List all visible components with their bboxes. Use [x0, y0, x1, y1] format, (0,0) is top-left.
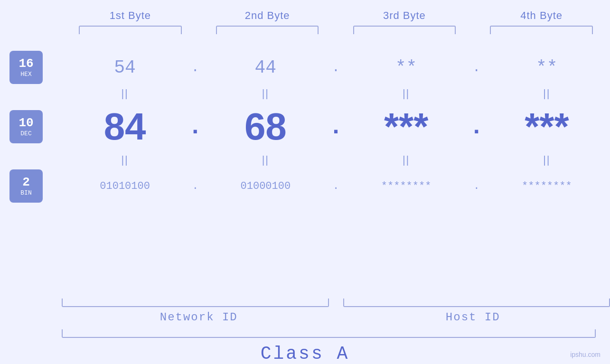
main-container: 1st Byte 2nd Byte 3rd Byte 4th Byte 16 H… [0, 0, 610, 364]
equals2-1: || [121, 154, 128, 166]
dec-value-4: *** [484, 105, 610, 149]
bin-val-3: ******** [381, 180, 432, 192]
hex-value-3: ** [343, 57, 469, 78]
network-bracket-wrap [62, 299, 336, 307]
hex-row: 16 HEX 54 . 44 . ** . ** [62, 48, 610, 86]
eq-cell-1: || [62, 87, 188, 100]
dec-value-1: 84 [62, 105, 188, 149]
network-id-label: Network ID [62, 311, 336, 324]
byte-header-4: 4th Byte [473, 9, 610, 22]
bracket-cell-1 [62, 26, 199, 34]
equals-row-1: || || || || [62, 86, 610, 101]
dec-value-3: *** [343, 105, 469, 149]
dec-badge: 10 DEC [9, 110, 43, 143]
eq2-cell-1: || [62, 154, 188, 166]
equals2-3: || [403, 154, 410, 166]
bin-sep-2: . [329, 180, 343, 192]
top-brackets [0, 26, 610, 34]
bracket-cell-3 [336, 26, 473, 34]
dec-sep-2: . [329, 113, 343, 140]
eq-cell-4: || [484, 87, 610, 100]
dec-val-3: *** [384, 105, 428, 149]
dec-dot-2: . [329, 113, 343, 140]
hex-badge: 16 HEX [9, 51, 43, 84]
dec-badge-number: 10 [19, 117, 33, 129]
dec-dot-1: . [188, 113, 202, 140]
hex-sep-2: . [329, 60, 343, 75]
hex-dot-1: . [191, 60, 199, 75]
equals-4: || [543, 87, 550, 100]
bin-badge-number: 2 [22, 176, 30, 188]
host-id-label: Host ID [336, 311, 610, 324]
dec-row: 10 DEC 84 . 68 . *** . *** [62, 101, 610, 153]
watermark: ipshu.com [570, 351, 601, 358]
hex-sep-3: . [469, 60, 484, 75]
bin-sep-3: . [469, 180, 484, 192]
byte-header-3: 3rd Byte [336, 9, 473, 22]
labels-row: Network ID Host ID [0, 311, 610, 324]
bin-row: 2 BIN 01010100 . 01000100 . ******** . [62, 167, 610, 205]
host-bracket [343, 299, 610, 307]
equals-2: || [262, 87, 269, 100]
bottom-brackets-inner [0, 299, 610, 307]
dec-val-1: 84 [104, 105, 146, 149]
outer-bracket [62, 329, 596, 338]
bin-value-2: 01000100 [202, 180, 328, 192]
hex-dot-3: . [472, 60, 480, 75]
eq2-cell-3: || [343, 154, 469, 166]
hex-val-3: ** [395, 57, 417, 78]
bin-val-1: 01010100 [100, 180, 150, 192]
bin-val-2: 01000100 [241, 180, 291, 192]
bin-value-1: 01010100 [62, 180, 188, 192]
top-bracket-2 [216, 26, 319, 34]
eq-cell-2: || [202, 87, 328, 100]
hex-val-2: 44 [255, 57, 277, 78]
equals2-4: || [543, 154, 550, 166]
eq2-cell-2: || [202, 154, 328, 166]
hex-sep-1: . [188, 60, 202, 75]
class-row: Class A [0, 344, 610, 364]
class-label: Class A [261, 344, 350, 364]
equals2-2: || [262, 154, 269, 166]
hex-dot-2: . [332, 60, 340, 75]
byte-header-2: 2nd Byte [199, 9, 336, 22]
bin-dot-2: . [333, 180, 339, 192]
dec-badge-label: DEC [20, 130, 31, 137]
bin-value-3: ******** [343, 180, 469, 192]
dec-value-2: 68 [202, 105, 328, 149]
top-bracket-1 [79, 26, 182, 34]
bin-badge: 2 BIN [9, 169, 43, 203]
hex-val-4: ** [536, 57, 558, 78]
bin-value-4: ******** [484, 180, 610, 192]
byte-header-1: 1st Byte [62, 9, 199, 22]
hex-value-1: 54 [62, 57, 188, 78]
equals-3: || [403, 87, 410, 100]
bin-sep-1: . [188, 180, 202, 192]
bin-dot-3: . [473, 180, 479, 192]
equals-row-2: || || || || [62, 153, 610, 167]
eq2-cell-4: || [484, 154, 610, 166]
bin-val-4: ******** [522, 180, 572, 192]
hex-value-4: ** [484, 57, 610, 78]
equals-1: || [121, 87, 128, 100]
bracket-cell-4 [473, 26, 610, 34]
network-bracket [62, 299, 329, 307]
eq-cell-3: || [343, 87, 469, 100]
dec-dot-3: . [469, 113, 484, 140]
dec-sep-1: . [188, 113, 202, 140]
dec-val-2: 68 [244, 105, 287, 149]
dec-val-4: *** [525, 105, 569, 149]
hex-val-1: 54 [114, 57, 136, 78]
host-bracket-wrap [336, 299, 610, 307]
byte-headers-row: 1st Byte 2nd Byte 3rd Byte 4th Byte [0, 0, 610, 22]
bin-badge-label: BIN [20, 189, 31, 196]
hex-badge-number: 16 [19, 57, 33, 70]
bracket-cell-2 [199, 26, 336, 34]
main-content: 16 HEX 54 . 44 . ** . ** [0, 34, 610, 296]
hex-value-2: 44 [202, 57, 328, 78]
bin-dot-1: . [192, 180, 198, 192]
top-bracket-3 [353, 26, 456, 34]
hex-badge-label: HEX [20, 71, 31, 78]
outer-bracket-row [0, 329, 610, 338]
top-bracket-4 [490, 26, 593, 34]
